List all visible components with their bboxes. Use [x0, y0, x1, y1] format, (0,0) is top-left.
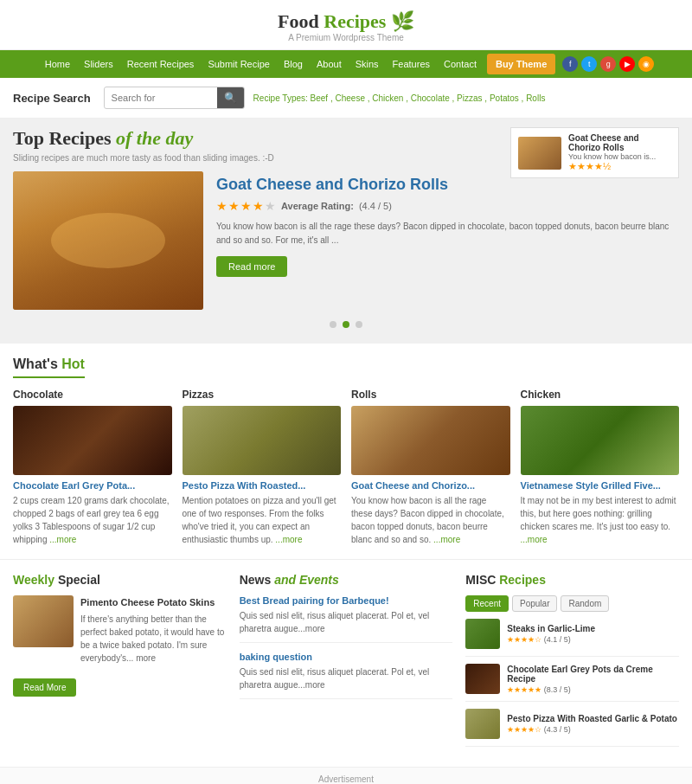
misc-stars-1: ★★★★☆ (4.1 / 5) — [507, 635, 595, 644]
misc-title-1[interactable]: Steaks in Garlic-Lime — [507, 624, 595, 633]
slider-rating: ★ ★ ★ ★ ★ Average Rating: (4.4 / 5) — [216, 199, 679, 213]
misc-tab-recent[interactable]: Recent — [465, 595, 509, 612]
three-col-section: Weekly Special Pimento Cheese Potato Ski… — [0, 559, 692, 767]
misc-tab-random[interactable]: Random — [561, 595, 609, 612]
hot-img-chocolate — [13, 406, 172, 475]
hot-title-chicken[interactable]: Vietnamese Style Grilled Five... — [521, 480, 680, 491]
hot-cat-chocolate: Chocolate — [13, 389, 172, 401]
search-button[interactable]: 🔍 — [217, 87, 244, 108]
hot-cat-pizzas: Pizzas — [183, 389, 342, 401]
hot-item-pizzas: Pizzas Pesto Pizza With Roasted... Menti… — [183, 389, 342, 546]
badge-title: Goat Cheese and Chorizo Rolls — [568, 133, 671, 152]
nav-sliders[interactable]: Sliders — [77, 50, 120, 78]
news-desc-1: Quis sed nisl elit, risus aliquet placer… — [240, 609, 453, 635]
hot-grid: Chocolate Chocolate Earl Grey Pota... 2 … — [13, 389, 679, 546]
weekly-read-more-button[interactable]: Read More — [13, 678, 76, 697]
hot-cat-rolls: Rolls — [351, 389, 510, 401]
nav-contact[interactable]: Contact — [437, 50, 484, 78]
misc-title: MISC Recipes — [465, 573, 679, 587]
hot-desc-pizzas: Mention potatoes on pizza and you'll get… — [183, 494, 342, 546]
nav-buy-theme[interactable]: Buy Theme — [487, 54, 555, 74]
recipe-types-values: Beef , Cheese , Chicken , Chocolate , Pi… — [311, 93, 546, 103]
hot-desc-rolls: You know how bacon is all the rage these… — [351, 494, 510, 546]
misc-img-2 — [465, 664, 500, 694]
dot-1[interactable] — [330, 321, 336, 328]
star-4: ★ — [253, 199, 264, 213]
badge-preview: You know how bacon is... — [568, 152, 671, 161]
weekly-item: Pimento Cheese Potato Skins If there's a… — [13, 595, 227, 665]
youtube-icon[interactable]: ▶ — [619, 56, 635, 72]
misc-title-2[interactable]: Chocolate Earl Grey Pots da Creme Recipe — [507, 665, 679, 684]
news-title-1[interactable]: Best Bread pairing for Barbeque! — [240, 595, 453, 606]
rating-value: (4.4 / 5) — [359, 201, 392, 211]
hot-img-rolls — [351, 406, 510, 475]
news-title-italic: and Events — [274, 573, 339, 587]
facebook-icon[interactable]: f — [562, 56, 578, 72]
misc-title-highlight: Recipes — [499, 573, 546, 587]
misc-text-3: Pesto Pizza With Roasted Garlic & Potato… — [507, 714, 677, 734]
nav-features[interactable]: Features — [386, 50, 437, 78]
recipe-types: Recipe Types: Beef , Cheese , Chicken , … — [253, 93, 546, 103]
googleplus-icon[interactable]: g — [600, 56, 616, 72]
slider-dots — [13, 318, 679, 331]
misc-tabs: Recent Popular Random — [465, 595, 679, 612]
weekly-special-col: Weekly Special Pimento Cheese Potato Ski… — [13, 573, 227, 754]
misc-img-3 — [465, 709, 500, 739]
weekly-item-name: Pimento Cheese Potato Skins — [80, 595, 227, 610]
hot-title-rolls[interactable]: Goat Cheese and Chorizo... — [351, 480, 510, 491]
hot-img-chicken — [521, 406, 680, 475]
star-5: ★ — [265, 199, 276, 213]
misc-stars-2: ★★★★★ (8.3 / 5) — [507, 685, 679, 694]
slider-read-more-button[interactable]: Read more — [216, 256, 287, 277]
news-title-normal: News — [240, 573, 272, 587]
dot-3[interactable] — [356, 321, 362, 328]
slider-title: Goat Cheese and Chorizo Rolls — [216, 176, 679, 194]
recipe-types-label: Recipe Types: — [253, 93, 308, 103]
nav-skins[interactable]: Skins — [349, 50, 386, 78]
slider-heading-normal: Top Recipes — [13, 127, 111, 149]
ad-area: Advertisement — [0, 767, 692, 784]
nav-about[interactable]: About — [310, 50, 349, 78]
dot-2[interactable] — [343, 321, 349, 328]
whats-hot-normal: What's — [13, 357, 58, 371]
main-nav: Home Sliders Recent Recipes Submit Recip… — [0, 50, 692, 78]
badge-image — [518, 137, 561, 170]
weekly-image — [13, 595, 74, 647]
rating-label: Average Rating: — [281, 201, 354, 211]
weekly-text: Pimento Cheese Potato Skins If there's a… — [80, 595, 227, 665]
nav-submit-recipe[interactable]: Submit Recipe — [201, 50, 277, 78]
misc-col: MISC Recipes Recent Popular Random Steak… — [465, 573, 679, 754]
news-item-1: Best Bread pairing for Barbeque! Quis se… — [240, 595, 453, 643]
news-col: News and Events Best Bread pairing for B… — [240, 573, 453, 754]
hot-title-pizzas[interactable]: Pesto Pizza With Roasted... — [183, 480, 342, 491]
badge-text: Goat Cheese and Chorizo Rolls You know h… — [568, 133, 671, 172]
hot-title-chocolate[interactable]: Chocolate Earl Grey Pota... — [13, 480, 172, 491]
stars-row: ★ ★ ★ ★ ★ — [216, 199, 276, 213]
social-icons: f t g ▶ ◉ — [562, 56, 654, 72]
rss-icon[interactable]: ◉ — [638, 56, 654, 72]
weekly-item-desc: If there's anything better than the perf… — [80, 613, 227, 665]
news-title-2[interactable]: baking question — [240, 652, 453, 662]
misc-stars-3: ★★★★☆ (4.3 / 5) — [507, 725, 677, 734]
nav-blog[interactable]: Blog — [277, 50, 310, 78]
whats-hot-highlight: Hot — [61, 357, 85, 371]
nav-home[interactable]: Home — [38, 50, 77, 78]
misc-title-3[interactable]: Pesto Pizza With Roasted Garlic & Potato — [507, 714, 677, 723]
twitter-icon[interactable]: t — [581, 56, 597, 72]
misc-item-1: Steaks in Garlic-Lime ★★★★☆ (4.1 / 5) — [465, 619, 679, 657]
nav-recent-recipes[interactable]: Recent Recipes — [120, 50, 202, 78]
star-2: ★ — [228, 199, 240, 213]
search-input[interactable] — [105, 88, 217, 107]
news-item-2: baking question Quis sed nisl elit, risu… — [240, 652, 453, 699]
whats-hot-section: What's Hot Chocolate Chocolate Earl Grey… — [0, 344, 692, 559]
star-3: ★ — [240, 199, 252, 213]
misc-text-1: Steaks in Garlic-Lime ★★★★☆ (4.1 / 5) — [507, 624, 595, 644]
site-logo: Food Recipes 🌿 — [0, 10, 692, 33]
site-tagline: A Premium Wordpress Theme — [0, 33, 692, 42]
hot-desc-chicken: It may not be in my best interest to adm… — [521, 494, 680, 546]
hot-cat-chicken: Chicken — [521, 389, 680, 401]
misc-tab-popular[interactable]: Popular — [512, 595, 557, 612]
search-label: Recipe Search — [13, 92, 91, 105]
misc-title-text: MISC — [465, 573, 496, 587]
slider-description: You know how bacon is all the rage these… — [216, 220, 679, 247]
